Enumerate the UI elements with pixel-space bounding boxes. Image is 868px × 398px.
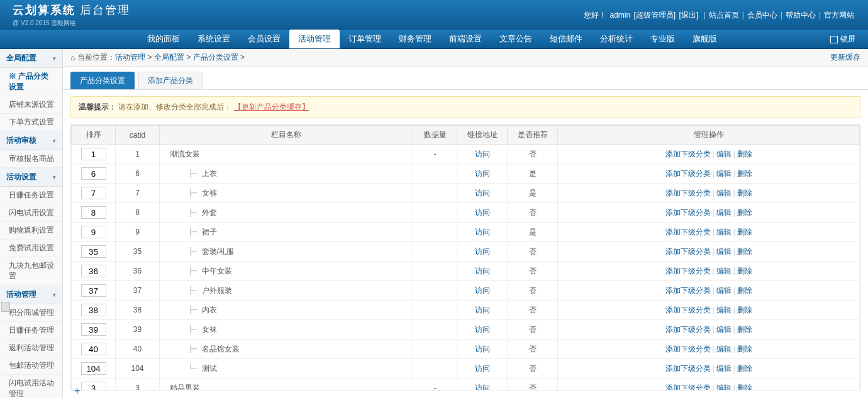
delete-link[interactable]: 删除 (737, 325, 752, 334)
sidebar-group-6[interactable]: 活动设置▾ (0, 168, 62, 187)
delete-link[interactable]: 删除 (737, 247, 752, 256)
edit-link[interactable]: 编辑 (716, 189, 732, 197)
edit-link[interactable]: 编辑 (716, 306, 732, 314)
header-link-0[interactable]: 站点首页 (709, 11, 739, 19)
access-link[interactable]: 访问 (475, 150, 490, 158)
sidebar-item-17[interactable]: 闪电试用活动管理 (0, 375, 62, 398)
add-subcategory-link[interactable]: 添加下级分类 (665, 384, 711, 391)
nav-tab-5[interactable]: 财务管理 (390, 30, 440, 48)
access-link[interactable]: 访问 (475, 169, 490, 178)
nav-tab-7[interactable]: 文章公告 (491, 30, 541, 48)
access-link[interactable]: 访问 (475, 384, 490, 391)
sidebar-item-5[interactable]: 审核报名商品 (0, 150, 62, 168)
sort-input[interactable] (81, 187, 106, 199)
sidebar-item-2[interactable]: 店铺来源设置 (0, 96, 62, 114)
nav-tab-11[interactable]: 旗舰版 (684, 30, 726, 48)
sidebar-item-10[interactable]: 免费试用设置 (0, 240, 62, 257)
sort-input[interactable] (81, 304, 106, 316)
access-link[interactable]: 访问 (475, 247, 490, 256)
add-subcategory-link[interactable]: 添加下级分类 (665, 150, 711, 158)
edit-link[interactable]: 编辑 (716, 267, 732, 275)
sidebar-item-14[interactable]: 日赚任务管理 (0, 322, 62, 340)
sort-input[interactable] (81, 265, 106, 277)
access-link[interactable]: 访问 (475, 208, 490, 217)
nav-tab-10[interactable]: 专业版 (642, 30, 684, 48)
add-subcategory-link[interactable]: 添加下级分类 (665, 345, 711, 353)
edit-link[interactable]: 编辑 (716, 286, 732, 295)
sidebar-item-3[interactable]: 下单方式设置 (0, 114, 62, 131)
breadcrumb-part-1[interactable]: 全局配置 (154, 53, 184, 62)
add-subcategory-link[interactable]: 添加下级分类 (665, 286, 711, 295)
nav-tab-1[interactable]: 系统设置 (189, 30, 239, 48)
delete-link[interactable]: 删除 (737, 286, 752, 295)
delete-link[interactable]: 删除 (737, 384, 752, 391)
access-link[interactable]: 访问 (475, 286, 490, 295)
header-link-1[interactable]: 会员中心 (747, 11, 777, 19)
nav-tab-6[interactable]: 前端设置 (440, 30, 491, 48)
delete-link[interactable]: 删除 (737, 364, 752, 373)
sort-input[interactable] (81, 148, 106, 160)
nav-tab-3[interactable]: 活动管理 (289, 30, 340, 48)
update-category-cache-link[interactable]: 【更新产品分类缓存】 (234, 102, 309, 111)
delete-link[interactable]: 删除 (737, 228, 752, 236)
logout-link[interactable]: [退出] (679, 11, 698, 19)
sort-input[interactable] (81, 343, 106, 355)
access-link[interactable]: 访问 (475, 325, 490, 334)
delete-link[interactable]: 删除 (737, 345, 752, 353)
sort-input[interactable] (81, 284, 106, 297)
header-link-2[interactable]: 帮助中心 (786, 11, 816, 19)
breadcrumb-part-0[interactable]: 活动管理 (115, 53, 145, 62)
edit-link[interactable]: 编辑 (716, 364, 732, 373)
add-subcategory-link[interactable]: 添加下级分类 (665, 364, 711, 373)
access-link[interactable]: 访问 (475, 228, 490, 236)
sub-tab-0[interactable]: 产品分类设置 (70, 72, 135, 89)
sort-input[interactable] (81, 362, 106, 375)
lock-screen-button[interactable]: 锁屏 (830, 34, 868, 48)
sidebar-item-1[interactable]: 产品分类设置 (0, 68, 62, 96)
access-link[interactable]: 访问 (475, 345, 490, 353)
nav-tab-8[interactable]: 短信邮件 (541, 30, 591, 48)
nav-tab-9[interactable]: 分析统计 (591, 30, 642, 48)
edit-link[interactable]: 编辑 (716, 345, 732, 353)
sort-input[interactable] (81, 206, 106, 219)
add-subcategory-link[interactable]: 添加下级分类 (665, 189, 711, 197)
update-cache-link[interactable]: 更新缓存 (830, 52, 860, 63)
sidebar-item-7[interactable]: 日赚任务设置 (0, 187, 62, 204)
add-subcategory-link[interactable]: 添加下级分类 (665, 325, 711, 334)
edit-link[interactable]: 编辑 (716, 384, 732, 391)
sub-tab-1[interactable]: 添加产品分类 (138, 72, 203, 89)
sort-input[interactable] (81, 323, 106, 336)
nav-tab-0[interactable]: 我的面板 (138, 30, 189, 48)
delete-link[interactable]: 删除 (737, 189, 752, 197)
sidebar-item-15[interactable]: 返利活动管理 (0, 340, 62, 357)
access-link[interactable]: 访问 (475, 189, 490, 197)
add-subcategory-link[interactable]: 添加下级分类 (665, 208, 711, 217)
sort-input[interactable] (81, 245, 106, 258)
delete-link[interactable]: 删除 (737, 267, 752, 275)
access-link[interactable]: 访问 (475, 306, 490, 314)
edit-link[interactable]: 编辑 (716, 325, 732, 334)
sidebar-item-8[interactable]: 闪电试用设置 (0, 204, 62, 222)
add-tab-button[interactable]: + (74, 385, 80, 397)
sidebar-item-11[interactable]: 九块九包邮设置 (0, 257, 62, 285)
username-link[interactable]: admin (609, 11, 630, 19)
add-subcategory-link[interactable]: 添加下级分类 (665, 306, 711, 314)
sidebar-item-16[interactable]: 包邮活动管理 (0, 357, 62, 375)
sort-input[interactable] (81, 382, 106, 390)
edit-link[interactable]: 编辑 (716, 228, 732, 236)
add-subcategory-link[interactable]: 添加下级分类 (665, 247, 711, 256)
edit-link[interactable]: 编辑 (716, 247, 732, 256)
access-link[interactable]: 访问 (475, 267, 490, 275)
sidebar-collapse-handle[interactable] (1, 302, 10, 312)
sidebar-group-0[interactable]: 全局配置▾ (0, 49, 62, 68)
delete-link[interactable]: 删除 (737, 208, 752, 217)
sidebar-item-9[interactable]: 购物返利设置 (0, 222, 62, 240)
add-subcategory-link[interactable]: 添加下级分类 (665, 169, 711, 178)
header-link-3[interactable]: 官方网站 (824, 11, 854, 19)
add-subcategory-link[interactable]: 添加下级分类 (665, 228, 711, 236)
edit-link[interactable]: 编辑 (716, 169, 732, 178)
nav-tab-2[interactable]: 会员设置 (239, 30, 289, 48)
access-link[interactable]: 访问 (475, 364, 490, 373)
sort-input[interactable] (81, 226, 106, 238)
edit-link[interactable]: 编辑 (716, 208, 732, 217)
